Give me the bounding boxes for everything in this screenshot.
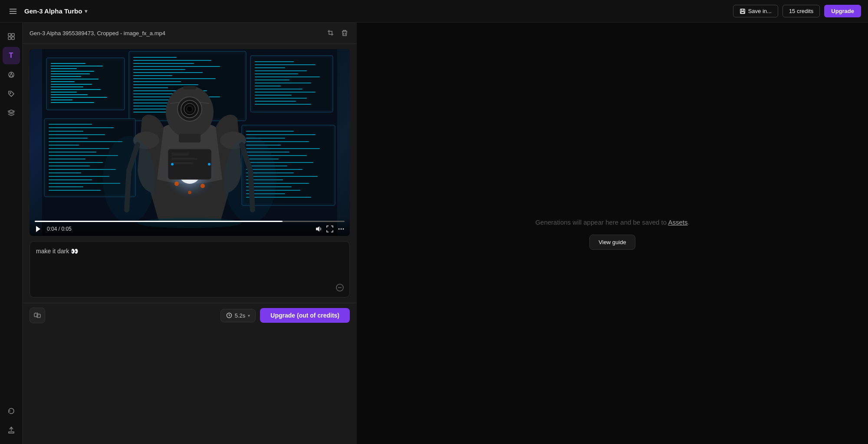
svg-rect-23: [51, 84, 92, 85]
svg-rect-118: [183, 86, 196, 89]
svg-rect-54: [255, 61, 294, 62]
svg-rect-41: [133, 81, 181, 82]
menu-button[interactable]: [7, 5, 19, 17]
minus-circle-icon: [335, 283, 344, 292]
progress-fill: [35, 221, 283, 222]
svg-rect-87: [49, 179, 92, 180]
chevron-down-icon: ▾: [85, 8, 87, 14]
prompt-area[interactable]: make it dark 👀: [30, 241, 350, 298]
svg-rect-21: [51, 79, 99, 80]
svg-rect-53: [253, 58, 331, 110]
svg-rect-40: [133, 78, 216, 79]
prompt-action-button[interactable]: [335, 283, 344, 292]
volume-icon: [315, 225, 322, 232]
svg-rect-72: [49, 127, 114, 128]
svg-point-11: [10, 93, 11, 93]
view-guide-label: View guide: [598, 239, 626, 245]
sidebar-bottom: [3, 402, 20, 439]
current-time: 0:04: [47, 226, 57, 232]
svg-rect-81: [49, 159, 85, 159]
fullscreen-button[interactable]: [326, 225, 333, 232]
svg-rect-93: [246, 131, 294, 132]
model-selector[interactable]: Gen-3 Alpha Turbo ▾: [24, 7, 87, 15]
svg-rect-86: [49, 176, 109, 177]
svg-rect-28: [51, 97, 107, 98]
svg-point-131: [188, 191, 191, 194]
bottom-toolbar: 5.2s ▾ Upgrade (out of credits): [23, 303, 357, 328]
svg-rect-68: [255, 104, 311, 105]
generations-info: Generations will appear here and be save…: [535, 217, 689, 228]
topbar: Gen-3 Alpha Turbo ▾ Save in... 15 credit…: [0, 0, 868, 23]
upgrade-label: Upgrade: [831, 8, 854, 14]
duration-chevron: ▾: [248, 313, 250, 318]
svg-rect-71: [49, 124, 92, 125]
crop-icon: [327, 30, 334, 36]
svg-rect-146: [37, 314, 40, 318]
svg-rect-73: [49, 131, 83, 132]
right-panel: Generations will appear here and be save…: [357, 23, 868, 444]
upgrade-button[interactable]: Upgrade: [824, 5, 861, 17]
svg-point-132: [171, 163, 174, 166]
file-actions: [326, 28, 350, 38]
volume-button[interactable]: [315, 225, 322, 232]
svg-rect-37: [133, 69, 185, 70]
svg-rect-66: [255, 98, 307, 99]
duration-button[interactable]: 5.2s ▾: [220, 309, 256, 322]
svg-rect-34: [133, 60, 211, 61]
more-options-button[interactable]: [338, 225, 345, 232]
tags-icon: [7, 90, 15, 98]
progress-bar[interactable]: [35, 221, 345, 222]
svg-rect-18: [51, 71, 94, 72]
grid-icon: [7, 33, 15, 40]
duration-label: 5.2s: [235, 312, 246, 319]
svg-rect-75: [49, 138, 88, 139]
svg-rect-58: [255, 73, 298, 74]
save-icon: [740, 8, 746, 14]
svg-rect-5: [741, 11, 744, 13]
svg-marker-138: [36, 226, 40, 232]
svg-rect-33: [133, 57, 177, 58]
sidebar-item-tags[interactable]: [3, 85, 20, 103]
video-controls: 0:04 / 0:05: [30, 217, 350, 236]
sidebar-item-text[interactable]: T: [3, 47, 20, 64]
svg-rect-15: [51, 63, 85, 64]
svg-point-130: [201, 184, 205, 188]
sidebar: T: [0, 23, 23, 444]
prompt-icon-row: [335, 283, 344, 292]
model-name: Gen-3 Alpha Turbo: [24, 7, 82, 15]
file-name: Gen-3 Alpha 3955389473, Cropped - image_…: [30, 30, 165, 36]
controls-row: 0:04 / 0:05: [35, 225, 345, 232]
svg-rect-64: [255, 92, 316, 93]
layers-icon: [7, 109, 15, 117]
crop-button[interactable]: [326, 28, 336, 38]
svg-rect-79: [49, 152, 96, 152]
sidebar-item-export[interactable]: [3, 421, 20, 439]
svg-point-141: [341, 229, 342, 230]
svg-rect-61: [255, 83, 311, 83]
reference-button[interactable]: [30, 308, 45, 323]
svg-rect-57: [255, 70, 307, 71]
trash-icon: [341, 30, 348, 36]
controls-right: [315, 225, 345, 232]
view-guide-button[interactable]: View guide: [589, 235, 635, 250]
svg-rect-76: [49, 141, 122, 142]
reference-icon: [33, 311, 41, 319]
svg-rect-78: [49, 148, 109, 149]
sidebar-item-layers[interactable]: [3, 104, 20, 122]
controls-left: 0:04 / 0:05: [35, 225, 72, 232]
svg-rect-30: [51, 102, 94, 103]
save-button[interactable]: Save in...: [733, 5, 778, 17]
assets-link[interactable]: Assets: [668, 219, 687, 226]
sidebar-item-refresh[interactable]: [3, 402, 20, 420]
svg-rect-39: [133, 75, 172, 76]
sidebar-item-grid[interactable]: [3, 28, 20, 45]
sidebar-item-shapes[interactable]: [3, 66, 20, 83]
credits-button[interactable]: 15 credits: [783, 5, 820, 17]
shapes-icon: [7, 71, 15, 79]
svg-rect-4: [741, 9, 743, 10]
svg-rect-83: [49, 166, 90, 166]
play-button[interactable]: [35, 225, 42, 232]
upgrade-generate-button[interactable]: Upgrade (out of credits): [260, 308, 350, 323]
delete-button[interactable]: [339, 28, 350, 38]
svg-rect-42: [133, 84, 198, 85]
